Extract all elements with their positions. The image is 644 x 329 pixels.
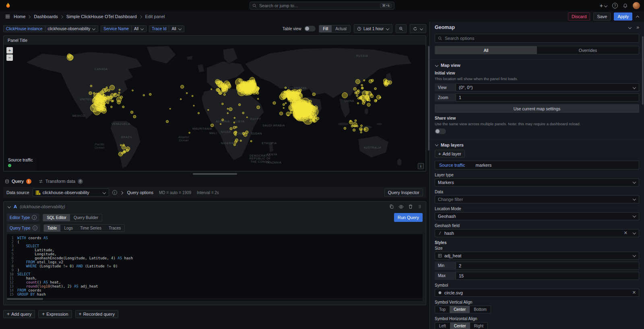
variable-value-dropdown[interactable]: All: [169, 25, 184, 32]
geohash-field-select[interactable]: hash ✕: [435, 229, 639, 237]
tab-overrides[interactable]: Overrides: [537, 46, 639, 54]
datasource-label: Data source: [6, 190, 29, 195]
query-type-logs[interactable]: Logs: [60, 225, 76, 232]
add-query-button[interactable]: + Add query: [3, 310, 35, 318]
svg-text:PacificOcean: PacificOcean: [95, 143, 105, 149]
grafana-logo-icon: [5, 2, 11, 9]
tab-query[interactable]: Query 1: [5, 179, 31, 184]
sql-editor-option[interactable]: SQL Editor: [43, 214, 70, 221]
query-type-traces[interactable]: Traces: [105, 225, 124, 232]
panel-header[interactable]: Panel Title: [4, 36, 426, 45]
collapse-query-icon[interactable]: [7, 205, 11, 209]
fill-option[interactable]: Fill: [319, 25, 332, 32]
options-header: Geomap »: [430, 22, 644, 33]
clear-icon[interactable]: ✕: [632, 290, 636, 295]
section-map-view-header[interactable]: Map view: [435, 63, 639, 68]
avatar[interactable]: [633, 2, 640, 9]
save-button[interactable]: Save: [593, 12, 611, 21]
news-bell-icon[interactable]: [623, 3, 628, 8]
svg-text:EGYPT: EGYPT: [250, 118, 261, 120]
apply-button[interactable]: Apply: [614, 12, 632, 21]
section-map-layers-header[interactable]: Map layers: [435, 143, 639, 147]
view-field: View (0°, 0°): [435, 83, 639, 91]
info-icon[interactable]: i: [32, 215, 37, 220]
eye-icon[interactable]: [398, 204, 404, 209]
refresh-button[interactable]: [410, 24, 426, 33]
geomap-canvas[interactable]: RUSSIACANADAUNITED STATESMEXICOVENEZUELA…: [4, 45, 425, 171]
chevron-down-icon[interactable]: [628, 26, 632, 29]
zoom-input[interactable]: 1: [456, 93, 639, 101]
trash-icon[interactable]: [408, 204, 413, 209]
layer-name[interactable]: Source traffic: [439, 163, 465, 168]
table-view-toggle[interactable]: [304, 26, 316, 31]
symbol-select[interactable]: circle.svg ✕: [435, 289, 639, 297]
editor-tabs: Query 1 Transform data 0: [3, 176, 426, 186]
add-layer-button[interactable]: + Add layer: [435, 150, 465, 158]
options-search-input[interactable]: Search options: [435, 34, 639, 43]
valign-bottom[interactable]: Bottom: [470, 306, 491, 313]
svg-text:NIGER: NIGER: [221, 131, 231, 134]
valign-top[interactable]: Top: [435, 306, 450, 313]
query-card-header[interactable]: A (clickhouse-observability): [4, 202, 426, 211]
query-inspector-button[interactable]: Query Inspector: [384, 188, 423, 197]
resize-handle[interactable]: [193, 173, 237, 175]
halign-center[interactable]: Center: [450, 323, 470, 329]
expression-button[interactable]: + Expression: [38, 310, 72, 318]
circle-symbol-icon: [438, 291, 442, 295]
clear-icon[interactable]: ✕: [624, 231, 627, 235]
grafana-logo[interactable]: [4, 2, 12, 10]
collapse-header-icon[interactable]: [636, 15, 639, 19]
drag-handle-icon[interactable]: [417, 204, 422, 209]
discard-button[interactable]: Discard: [568, 12, 590, 21]
info-icon[interactable]: i: [33, 226, 37, 230]
variable-value-dropdown[interactable]: All: [131, 25, 147, 32]
search-input[interactable]: Search or jump to... ⌘+k: [250, 2, 394, 10]
query-type-table[interactable]: Table: [44, 225, 61, 232]
actual-option[interactable]: Actual: [332, 25, 350, 32]
sidebar-scrollbar[interactable]: [642, 36, 644, 105]
datasource-select[interactable]: clickhouse-observability: [33, 188, 109, 197]
initial-view-label: Initial view: [435, 71, 639, 75]
breadcrumb-dashboard-name[interactable]: Simple ClickHouse OTel Dashboard: [66, 14, 137, 19]
collapse-pane-icon[interactable]: »: [636, 25, 639, 30]
time-range-picker[interactable]: Last 1 hour: [354, 24, 392, 33]
query-options-toggle[interactable]: Query options: [127, 190, 153, 195]
tab-all[interactable]: All: [435, 46, 537, 54]
map-info-button[interactable]: i: [418, 163, 424, 169]
sql-editor[interactable]: 1WITH coords AS2(3 SELECT4 Latitude,5 Lo…: [7, 234, 423, 301]
map-zoom-out-button[interactable]: −: [6, 54, 13, 61]
query-builder-option[interactable]: Query Builder: [70, 214, 102, 221]
run-query-button[interactable]: Run Query: [394, 213, 423, 222]
view-select[interactable]: (0°, 0°): [456, 83, 639, 91]
initial-view-description: This location will show when the panel f…: [435, 77, 628, 81]
breadcrumb-home[interactable]: Home: [14, 14, 25, 19]
code-horizontal-scrollbar[interactable]: [7, 298, 423, 300]
valign-center[interactable]: Center: [450, 306, 470, 313]
layer-item[interactable]: Source traffic markers: [435, 161, 639, 170]
min-input[interactable]: 2: [456, 262, 639, 270]
tab-transform-data[interactable]: Transform data 0: [39, 179, 83, 184]
data-select[interactable]: Change filter: [435, 195, 639, 203]
svg-text:SAUDI ARABIA: SAUDI ARABIA: [262, 124, 285, 127]
svg-text:CANADA: CANADA: [95, 68, 108, 70]
location-mode-select[interactable]: Geohash: [435, 212, 639, 220]
share-view-toggle[interactable]: [435, 128, 446, 134]
add-new-button[interactable]: +: [600, 3, 607, 8]
map-zoom-in-button[interactable]: +: [6, 47, 13, 54]
halign-left[interactable]: Left: [435, 323, 450, 329]
query-type-time-series[interactable]: Time Series: [76, 225, 105, 232]
copy-icon[interactable]: [389, 204, 394, 209]
halign-right[interactable]: Right: [470, 323, 487, 329]
use-current-map-settings-button[interactable]: Use current map settings: [435, 104, 639, 113]
help-icon[interactable]: ?: [612, 3, 618, 8]
size-field-select[interactable]: adj_heat: [435, 252, 639, 260]
max-input[interactable]: 15: [456, 272, 639, 280]
layer-type-select[interactable]: Markers: [435, 178, 639, 186]
section-map-view: Map view Initial view This location will…: [430, 59, 644, 134]
breadcrumb-dashboards[interactable]: Dashboards: [34, 14, 58, 19]
recorded-query-button[interactable]: + Recorded query: [75, 310, 118, 318]
zoom-out-time-button[interactable]: [396, 24, 407, 33]
menu-icon[interactable]: [5, 14, 10, 19]
datasource-help-icon[interactable]: i: [112, 190, 117, 195]
variable-value-dropdown[interactable]: clickhouse-observability: [45, 25, 99, 32]
